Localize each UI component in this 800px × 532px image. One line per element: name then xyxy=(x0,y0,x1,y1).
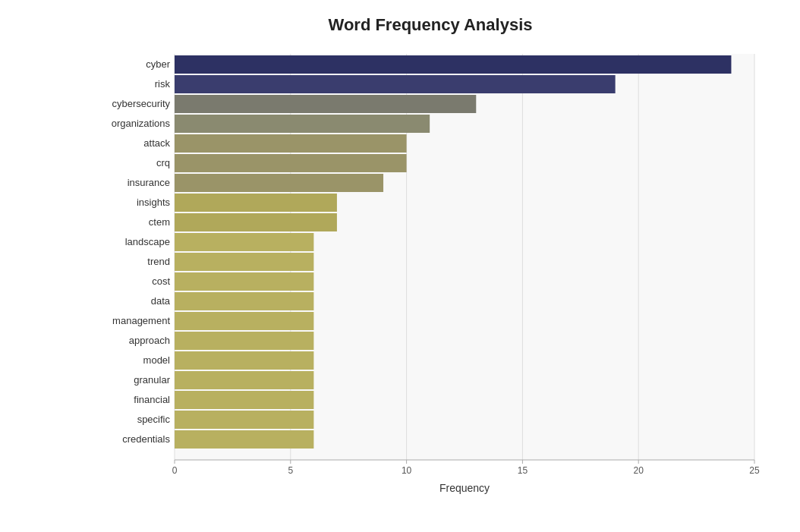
svg-rect-34 xyxy=(175,312,313,330)
svg-text:ctem: ctem xyxy=(149,216,170,228)
svg-text:0: 0 xyxy=(172,465,178,476)
svg-text:landscape: landscape xyxy=(125,236,170,247)
svg-rect-30 xyxy=(175,272,313,291)
svg-rect-10 xyxy=(175,75,616,93)
svg-text:25: 25 xyxy=(749,465,760,476)
svg-text:insurance: insurance xyxy=(128,177,170,188)
svg-rect-28 xyxy=(175,253,313,271)
svg-rect-8 xyxy=(175,55,731,74)
svg-text:15: 15 xyxy=(518,465,528,476)
svg-text:Frequency: Frequency xyxy=(439,482,490,494)
svg-text:5: 5 xyxy=(288,465,293,476)
chart-container: Word Frequency Analysis cyberriskcyberse… xyxy=(0,0,800,532)
chart-area: cyberriskcybersecurityorganizationsattac… xyxy=(91,50,770,498)
svg-rect-32 xyxy=(175,292,313,310)
svg-text:20: 20 xyxy=(634,465,644,476)
svg-text:approach: approach xyxy=(129,335,170,346)
svg-text:cybersecurity: cybersecurity xyxy=(112,98,170,109)
svg-rect-40 xyxy=(175,371,313,389)
svg-text:10: 10 xyxy=(402,465,412,476)
svg-text:credentials: credentials xyxy=(122,433,170,445)
svg-rect-14 xyxy=(175,115,430,133)
svg-text:cyber: cyber xyxy=(146,58,170,70)
svg-rect-42 xyxy=(175,391,313,409)
chart-title: Word Frequency Analysis xyxy=(91,15,770,35)
svg-text:specific: specific xyxy=(137,414,171,425)
svg-text:risk: risk xyxy=(155,78,171,90)
svg-rect-12 xyxy=(175,95,476,113)
svg-text:granular: granular xyxy=(134,374,170,386)
svg-text:trend: trend xyxy=(147,256,170,267)
svg-text:organizations: organizations xyxy=(112,118,171,129)
svg-text:insights: insights xyxy=(137,197,171,208)
svg-text:attack: attack xyxy=(143,137,170,149)
svg-text:financial: financial xyxy=(134,394,170,405)
svg-text:model: model xyxy=(143,354,171,366)
svg-rect-44 xyxy=(175,411,313,429)
svg-text:data: data xyxy=(151,295,171,307)
svg-rect-38 xyxy=(175,351,313,370)
svg-rect-46 xyxy=(175,430,313,449)
svg-text:management: management xyxy=(112,315,170,326)
svg-rect-36 xyxy=(175,332,313,350)
svg-text:cost: cost xyxy=(152,275,170,287)
svg-rect-22 xyxy=(175,194,337,212)
chart-svg: cyberriskcybersecurityorganizationsattac… xyxy=(91,50,770,498)
svg-rect-18 xyxy=(175,154,407,172)
svg-rect-24 xyxy=(175,213,337,231)
svg-rect-16 xyxy=(175,134,407,153)
svg-rect-26 xyxy=(175,233,313,251)
svg-text:crq: crq xyxy=(156,157,170,168)
svg-rect-20 xyxy=(175,174,383,192)
